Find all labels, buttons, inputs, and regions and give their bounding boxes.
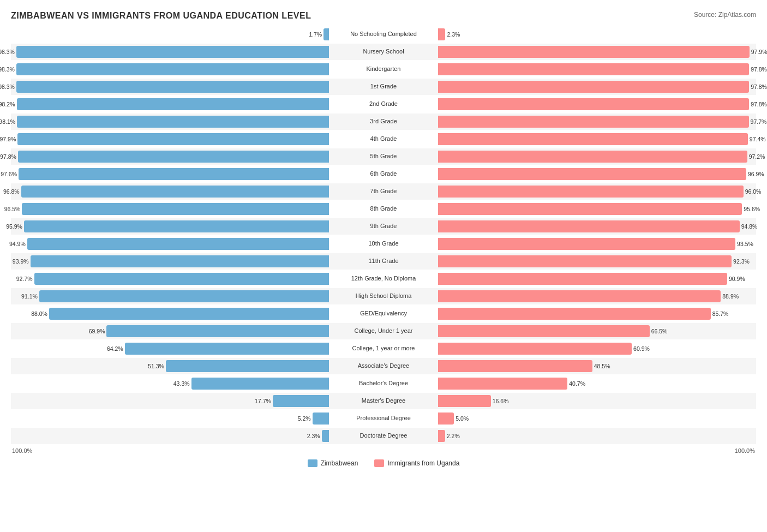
left-bar: 64.2% [125,343,329,355]
right-value: 40.7% [569,380,585,387]
left-bar: 96.8% [21,186,329,198]
left-value: 64.2% [107,345,123,352]
left-section: 95.9% [11,218,329,235]
bar-label: 11th Grade [329,258,438,265]
left-section: 96.5% [11,201,329,217]
left-bar: 98.3% [16,63,329,75]
right-value: 2.2% [447,433,460,439]
left-bar: 97.9% [17,133,329,145]
bar-label: Bachelor's Degree [329,380,438,387]
bar-label: 5th Grade [329,153,438,160]
left-section: 96.8% [11,183,329,200]
bar-label: Associate's Degree [329,362,438,369]
bar-row: 64.2% College, 1 year or more 60.9% [11,340,756,357]
left-section: 97.6% [11,166,329,182]
left-value: 69.9% [89,328,105,334]
right-bar: 94.8% [438,220,740,232]
left-section: 98.3% [11,79,329,95]
bar-row: 43.3% Bachelor's Degree 40.7% [11,375,756,392]
left-value: 5.2% [298,415,311,422]
right-section: 97.2% [438,148,756,165]
left-bar: 97.6% [19,168,329,180]
right-bar: 88.9% [438,290,721,302]
right-bar-wrap: 2.2% [438,430,756,442]
right-value: 97.8% [751,101,767,107]
right-section: 97.8% [438,96,756,112]
legend-pink-box [374,459,384,467]
right-value: 90.9% [729,276,745,282]
row-inner: 64.2% College, 1 year or more 60.9% [11,340,756,357]
right-value: 94.8% [741,223,758,230]
left-value: 93.9% [13,258,29,265]
left-bar-wrap: 2.3% [11,430,329,442]
left-bar-wrap: 17.7% [11,395,329,407]
left-value: 97.6% [1,171,17,177]
bar-row: 93.9% 11th Grade 92.3% [11,253,756,270]
left-value: 96.5% [4,206,21,212]
bar-label: 8th Grade [329,205,438,212]
left-bar-wrap: 97.8% [11,151,329,163]
right-section: 2.2% [438,428,756,444]
right-bar-wrap: 40.7% [438,378,756,390]
left-value: 98.3% [0,49,15,55]
left-section: 51.3% [11,358,329,374]
bar-row: 5.2% Professional Degree 5.0% [11,410,756,427]
left-bar: 91.1% [39,290,329,302]
left-bar: 92.7% [34,273,329,285]
right-bar-wrap: 90.9% [438,273,756,285]
right-section: 85.7% [438,306,756,322]
bar-row: 97.8% 5th Grade 97.2% [11,148,756,165]
bar-row: 97.6% 6th Grade 96.9% [11,166,756,182]
bar-row: 98.3% Kindergarten 97.8% [11,61,756,77]
left-value: 2.3% [307,433,320,439]
right-bar: 93.5% [438,238,735,250]
left-value: 88.0% [31,310,47,317]
right-section: 88.9% [438,288,756,304]
right-bar: 97.9% [438,46,750,58]
left-section: 1.7% [11,26,329,43]
bar-row: 97.9% 4th Grade 97.4% [11,131,756,147]
bar-row: 92.7% 12th Grade, No Diploma 90.9% [11,271,756,287]
left-section: 69.9% [11,323,329,339]
bar-label: 1st Grade [329,83,438,90]
left-bar: 96.5% [22,203,329,215]
left-bar: 98.3% [16,81,329,93]
row-inner: 2.3% Doctorate Degree 2.2% [11,428,756,444]
legend: Zimbabwean Immigrants from Uganda [11,459,756,467]
right-value: 97.8% [751,66,767,73]
left-bar: 98.2% [17,98,329,110]
row-inner: 43.3% Bachelor's Degree 40.7% [11,375,756,392]
bar-label: Kindergarten [329,65,438,73]
right-section: 97.7% [438,113,756,130]
legend-uganda-label: Immigrants from Uganda [387,459,459,467]
right-bar: 2.3% [438,28,445,40]
left-bar: 98.3% [16,46,329,58]
bar-row: 17.7% Master's Degree 16.6% [11,393,756,409]
row-inner: 97.9% 4th Grade 97.4% [11,131,756,147]
chart-area: 1.7% No Schooling Completed 2.3% 98.3% [11,26,756,444]
bar-label: 12th Grade, No Diploma [329,275,438,282]
right-section: 5.0% [438,410,756,427]
left-bar-wrap: 97.6% [11,168,329,180]
right-bar-wrap: 5.0% [438,413,756,425]
right-section: 90.9% [438,271,756,287]
right-bar-wrap: 2.3% [438,28,756,40]
left-bar: 97.8% [18,151,329,163]
left-bar-wrap: 91.1% [11,290,329,302]
left-value: 94.9% [9,241,26,247]
bar-label: 10th Grade [329,240,438,247]
left-value: 98.1% [0,118,15,125]
bar-label: College, 1 year or more [329,345,438,352]
row-inner: 94.9% 10th Grade 93.5% [11,236,756,252]
right-bar: 97.8% [438,81,749,93]
bar-row: 1.7% No Schooling Completed 2.3% [11,26,756,43]
right-section: 93.5% [438,236,756,252]
bar-label: College, Under 1 year [329,327,438,334]
left-section: 5.2% [11,410,329,427]
bar-row: 98.1% 3rd Grade 97.7% [11,113,756,130]
right-section: 97.9% [438,44,756,60]
row-inner: 96.8% 7th Grade 96.0% [11,183,756,200]
legend-blue-box [308,459,317,467]
left-bar-wrap: 43.3% [11,378,329,390]
bar-label: High School Diploma [329,292,438,300]
